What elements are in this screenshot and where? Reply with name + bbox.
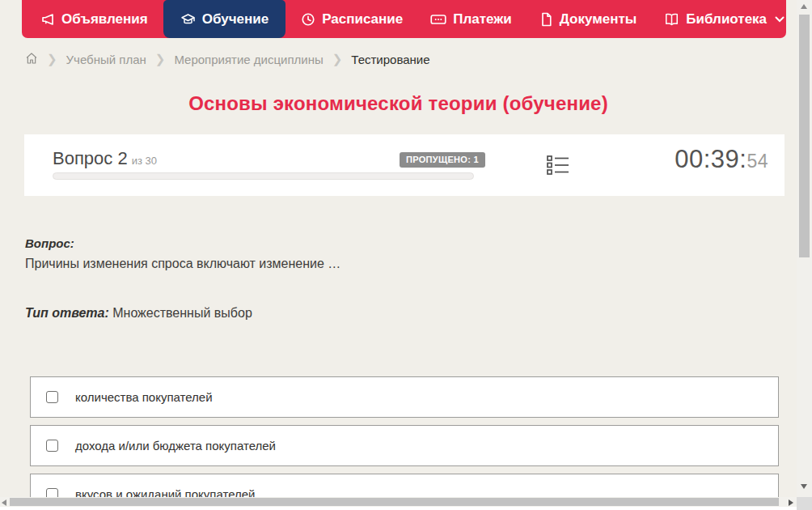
checkbox[interactable] — [46, 440, 58, 452]
scroll-up-icon[interactable] — [801, 4, 807, 9]
question-heading: Вопрос: — [25, 236, 74, 250]
nav-item-announcements[interactable]: Объявления — [28, 0, 160, 38]
breadcrumb: ❯ Учебный план ❯ Мероприятие дисциплины … — [25, 49, 430, 69]
timer-main: 00:39: — [675, 145, 746, 173]
document-icon — [539, 12, 553, 27]
question-text: Причины изменения спроса включают измене… — [25, 257, 340, 271]
scroll-down-icon[interactable] — [801, 484, 807, 489]
home-icon[interactable] — [25, 52, 38, 67]
horizontal-scrollbar-thumb[interactable] — [10, 498, 779, 506]
nav-label: Платежи — [453, 11, 512, 28]
timer-seconds: 54 — [746, 151, 768, 172]
question-total: из 30 — [132, 155, 157, 167]
scroll-right-icon[interactable] — [789, 499, 793, 506]
scrollbar-corner — [797, 497, 812, 510]
scroll-left-icon[interactable] — [2, 499, 6, 506]
nav-item-education[interactable]: Обучение — [163, 0, 285, 38]
page-title: Основы экономической теории (обучение) — [0, 92, 797, 115]
horizontal-scrollbar[interactable] — [0, 497, 797, 507]
answer-option-label: дохода и/или бюджета покупателей — [75, 439, 276, 453]
breadcrumb-study-plan[interactable]: Учебный план — [66, 53, 146, 66]
answer-option[interactable]: дохода и/или бюджета покупателей — [30, 425, 779, 466]
quiz-header-card: Вопрос 2из 30 ПРОПУЩЕНО: 1 00:39:54 — [24, 134, 785, 196]
quiz-progress-bar — [53, 172, 474, 180]
banknote-icon — [430, 12, 446, 27]
question-list-icon[interactable] — [545, 154, 571, 178]
chevron-right-icon: ❯ — [155, 52, 166, 66]
timer: 00:39:54 — [675, 145, 768, 174]
bottom-strip — [0, 507, 797, 510]
answer-option[interactable]: количества покупателей — [30, 376, 779, 418]
question-number: Вопрос 2из 30 — [53, 148, 157, 169]
answer-type-value: Множественный выбор — [112, 306, 252, 320]
nav-item-documents[interactable]: Документы — [527, 0, 649, 38]
nav-label: Расписание — [322, 11, 403, 28]
nav-label: Библиотека — [686, 11, 767, 28]
vertical-scrollbar-thumb[interactable] — [799, 15, 810, 257]
nav-label: Обучение — [202, 11, 269, 28]
main-navbar: Объявления Обучение Расписание Платежи — [22, 0, 786, 38]
nav-label: Объявления — [61, 11, 148, 28]
vertical-scrollbar[interactable] — [797, 0, 812, 497]
answer-type: Тип ответа: Множественный выбор — [25, 306, 252, 321]
answer-option-label: количества покупателей — [75, 390, 213, 404]
chevron-right-icon: ❯ — [332, 52, 343, 66]
nav-item-schedule[interactable]: Расписание — [289, 0, 415, 38]
nav-label: Документы — [560, 11, 637, 28]
graduation-cap-icon — [180, 12, 196, 27]
breadcrumb-testing: Тестирование — [351, 53, 429, 66]
open-book-icon — [664, 12, 679, 27]
clock-icon — [301, 12, 315, 27]
breadcrumb-discipline-event[interactable]: Мероприятие дисциплины — [174, 53, 323, 66]
nav-item-library[interactable]: Библиотека — [652, 0, 797, 38]
chevron-right-icon: ❯ — [47, 52, 57, 66]
nav-item-payments[interactable]: Платежи — [418, 0, 524, 38]
answer-type-label: Тип ответа: — [25, 306, 109, 320]
chevron-down-icon — [775, 16, 785, 23]
checkbox[interactable] — [46, 391, 58, 403]
megaphone-icon — [40, 12, 55, 27]
skipped-badge: ПРОПУЩЕНО: 1 — [400, 152, 485, 168]
